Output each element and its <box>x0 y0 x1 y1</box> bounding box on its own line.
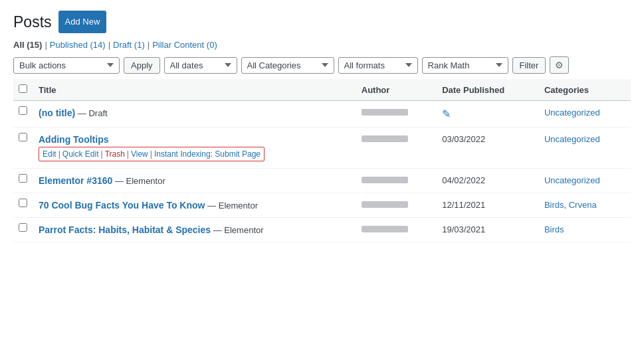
post-author-cell <box>355 218 435 242</box>
row-checkbox[interactable] <box>19 133 27 141</box>
row-checkbox-cell <box>13 101 32 128</box>
author-redacted <box>362 226 408 232</box>
post-title-link[interactable]: (no title) <box>39 108 75 118</box>
category-link[interactable]: Uncategorized <box>544 175 600 185</box>
post-categories: Uncategorized <box>544 175 600 185</box>
categories-select[interactable]: All Categories <box>241 57 334 74</box>
table-row: Elementor #3160 — Elementor04/02/2022Unc… <box>13 169 631 193</box>
author-redacted <box>362 177 408 183</box>
row-checkbox-cell <box>13 193 32 218</box>
post-categories-cell: Birds <box>538 218 631 242</box>
post-title-cell: Adding TooltipsEdit | Quick Edit | Trash… <box>32 128 355 169</box>
action-separator: | <box>125 149 131 159</box>
row-checkbox[interactable] <box>19 174 27 183</box>
table-row: Parrot Facts: Habits, Habitat & Species … <box>13 218 631 242</box>
action-quick-edit-link[interactable]: Quick Edit <box>62 149 99 159</box>
action-edit-link[interactable]: Edit <box>43 149 56 159</box>
action-separator: | <box>56 149 62 159</box>
action-trash: Trash <box>105 149 125 159</box>
action-separator: | <box>99 149 105 159</box>
categories-header: Categories <box>538 79 631 101</box>
post-title-cell: 70 Cool Bug Facts You Have To Know — Ele… <box>32 193 355 218</box>
post-categories-cell: Uncategorized <box>538 101 631 128</box>
post-author-cell <box>355 193 435 218</box>
category-link[interactable]: Birds <box>544 224 564 234</box>
date-published: 04/02/2022 <box>442 175 485 185</box>
date-published: 12/11/2021 <box>442 200 485 210</box>
table-row: 70 Cool Bug Facts You Have To Know — Ele… <box>13 193 631 218</box>
sep-1: | <box>45 40 47 50</box>
tab-published[interactable]: Published (14) <box>50 40 106 50</box>
action-quick-edit: Quick Edit <box>62 149 99 159</box>
category-link[interactable]: Uncategorized <box>544 108 600 118</box>
post-title-link[interactable]: 70 Cool Bug Facts You Have To Know <box>39 200 205 211</box>
bulk-actions-select[interactable]: Bulk actions Edit Move to Trash <box>13 57 120 74</box>
action-separator: | <box>148 149 154 159</box>
select-all-header <box>13 79 32 101</box>
filter-tabs: All (15) | Published (14) | Draft (1) | … <box>13 40 631 50</box>
post-categories-cell: Birds, Crvena <box>538 193 631 218</box>
author-header: Author <box>355 79 435 101</box>
post-author-cell <box>355 169 435 193</box>
action-view: View <box>131 149 148 159</box>
post-date-cell: 19/03/2021 <box>435 218 538 242</box>
post-title-cell: Parrot Facts: Habits, Habitat & Species … <box>32 218 355 242</box>
post-author-cell <box>355 128 435 169</box>
row-checkbox[interactable] <box>19 106 27 115</box>
date-published: 03/03/2022 <box>442 134 485 144</box>
post-categories-cell: Uncategorized <box>538 169 631 193</box>
sep-3: | <box>148 40 150 50</box>
action-instant-index: Instant Indexing: Submit Page <box>154 149 261 159</box>
date-published: 19/03/2021 <box>442 224 485 234</box>
sep-2: | <box>108 40 110 50</box>
tab-pillar[interactable]: Pillar Content (0) <box>152 40 217 50</box>
rank-math-select[interactable]: Rank Math <box>422 57 508 74</box>
post-date-cell: ✎ <box>435 101 538 128</box>
post-author-cell <box>355 101 435 128</box>
date-header: Date Published <box>435 79 538 101</box>
row-actions: Edit | Quick Edit | Trash | View | Insta… <box>39 147 265 161</box>
post-status: — Elementor <box>205 201 257 211</box>
category-link[interactable]: Birds <box>544 200 564 210</box>
action-view-link[interactable]: View <box>131 149 148 159</box>
post-title-link[interactable]: Elementor #3160 <box>39 175 112 186</box>
post-title-link[interactable]: Parrot Facts: Habits, Habitat & Species <box>39 224 211 235</box>
post-title-link[interactable]: Adding Tooltips <box>39 134 109 145</box>
row-checkbox[interactable] <box>19 223 27 232</box>
post-categories: Uncategorized <box>544 134 600 144</box>
post-status: — Elementor <box>211 225 263 235</box>
post-categories-cell: Uncategorized <box>538 128 631 169</box>
category-link[interactable]: Uncategorized <box>544 134 600 144</box>
author-redacted <box>362 109 408 116</box>
row-checkbox[interactable] <box>19 199 27 207</box>
formats-select[interactable]: All formats <box>338 57 418 74</box>
post-status: — Draft <box>75 108 107 118</box>
apply-button[interactable]: Apply <box>124 57 160 74</box>
edit-date-icon[interactable]: ✎ <box>442 108 451 120</box>
post-title-cell: Elementor #3160 — Elementor <box>32 169 355 193</box>
post-date-cell: 04/02/2022 <box>435 169 538 193</box>
author-redacted <box>362 201 408 208</box>
post-date-cell: 12/11/2021 <box>435 193 538 218</box>
select-all-checkbox[interactable] <box>19 84 27 93</box>
toolbar: Bulk actions Edit Move to Trash Apply Al… <box>13 56 631 74</box>
row-checkbox-cell <box>13 218 32 242</box>
filter-button[interactable]: Filter <box>512 57 546 74</box>
dates-select[interactable]: All dates <box>164 57 237 74</box>
action-trash-link[interactable]: Trash <box>105 149 125 159</box>
table-row: Adding TooltipsEdit | Quick Edit | Trash… <box>13 128 631 169</box>
row-checkbox-cell <box>13 128 32 169</box>
add-new-button[interactable]: Add New <box>58 11 107 33</box>
settings-button[interactable]: ⚙ <box>550 56 569 74</box>
row-checkbox-cell <box>13 169 32 193</box>
post-title-cell: (no title) — Draft <box>32 101 355 128</box>
post-categories: Birds <box>544 224 564 234</box>
category-link[interactable]: Crvena <box>569 200 597 210</box>
author-redacted <box>362 135 408 142</box>
tab-all[interactable]: All (15) <box>13 40 42 50</box>
tab-draft[interactable]: Draft (1) <box>113 40 145 50</box>
post-categories: Uncategorized <box>544 108 600 118</box>
action-instant-index-link[interactable]: Instant Indexing: Submit Page <box>154 149 261 159</box>
post-date-cell: 03/03/2022 <box>435 128 538 169</box>
title-header: Title <box>32 79 355 101</box>
